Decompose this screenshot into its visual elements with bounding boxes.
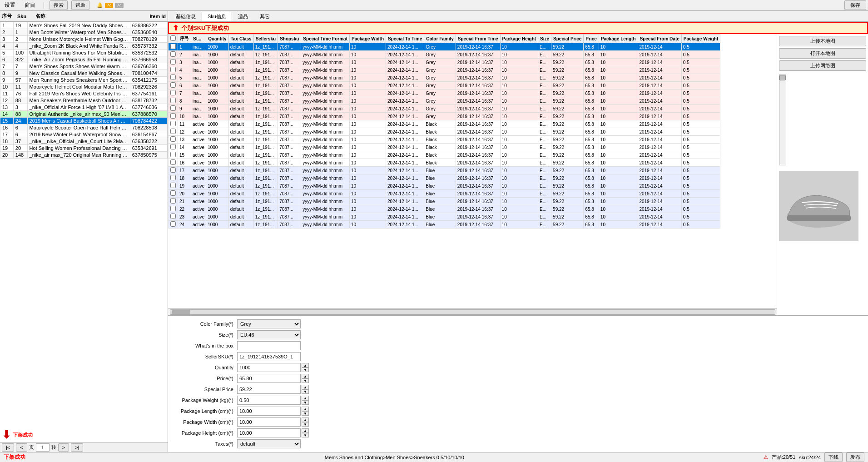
pkg-height-input[interactable]: 10.00 <box>237 428 301 437</box>
sku-table-row[interactable]: 12 active 1000 default 1z_191... 7087...… <box>169 128 720 136</box>
row-checkbox[interactable] <box>170 190 176 196</box>
upload-local-btn[interactable]: 上传本地图 <box>779 36 866 46</box>
page-first-btn[interactable]: |< <box>2 443 14 452</box>
seller-sku-input[interactable]: 1z_1912141637539O_1 <box>237 352 301 361</box>
price-down-btn[interactable]: ▼ <box>302 378 309 383</box>
left-table-row[interactable]: 14 88 Original Authentic _nike_air max_9… <box>0 111 168 118</box>
price-input[interactable]: 65.80 <box>237 374 301 383</box>
tab-other[interactable]: 其它 <box>254 12 276 21</box>
open-map-btn[interactable]: 打开本地图 <box>779 48 866 59</box>
row-checkbox[interactable] <box>170 214 176 219</box>
scroll-track[interactable] <box>170 309 775 315</box>
pkg-height-down-btn[interactable]: ▼ <box>302 433 309 437</box>
left-table-row[interactable]: 19 20 Hot Selling Women Professional Dan… <box>0 145 168 152</box>
row-checkbox[interactable] <box>170 175 176 180</box>
pkg-weight-up-btn[interactable]: ▲ <box>302 396 309 400</box>
sku-table-row[interactable]: 3 ina... 1000 default 1z_191... 7087... … <box>169 59 720 66</box>
left-table-row[interactable]: 3 2 None Unisex Motorcycle Helmet With G… <box>0 36 168 43</box>
select-all-checkbox[interactable] <box>170 35 176 41</box>
sku-table-row[interactable]: 8 ina... 1000 default 1z_191... 7087... … <box>169 97 720 105</box>
row-checkbox[interactable] <box>170 75 176 80</box>
left-table-row[interactable]: 5 100 UltraLight Running Shoes For Men S… <box>0 50 168 56</box>
left-table-row[interactable]: 13 3 _nike_Official Air Force 1 High '07… <box>0 104 168 111</box>
sku-table-row[interactable]: 9 ina... 1000 default 1z_191... 7087... … <box>169 105 720 113</box>
left-table-row[interactable]: 2 1 Men Boots Winter Waterproof Men Shoe… <box>0 29 168 36</box>
quantity-input[interactable]: 1000 <box>237 363 301 372</box>
sku-table-row[interactable]: 21 active 1000 default 1z_191... 7087...… <box>169 198 720 205</box>
row-checkbox[interactable] <box>170 144 176 149</box>
left-table-row[interactable]: 17 6 2019 New Winter Plush Waterproof Sn… <box>0 131 168 138</box>
pkg-weight-input[interactable]: 0.50 <box>237 396 301 405</box>
row-checkbox[interactable] <box>170 167 176 173</box>
row-checkbox[interactable] <box>170 59 176 65</box>
sku-table-row[interactable]: 22 active 1000 default 1z_191... 7087...… <box>169 205 720 213</box>
row-checkbox[interactable] <box>170 121 176 126</box>
publish-btn[interactable]: 发布 <box>846 452 864 462</box>
vertical-scrollbar[interactable] <box>779 75 786 165</box>
whats-in-box-input[interactable] <box>237 341 301 350</box>
color-family-select[interactable]: GreyBlackBlueWhite <box>237 319 301 328</box>
row-checkbox[interactable] <box>170 129 176 134</box>
pkg-height-up-btn[interactable]: ▲ <box>302 428 309 433</box>
sku-table-row[interactable]: 6 ina... 1000 default 1z_191... 7087... … <box>169 82 720 89</box>
taxes-select[interactable]: default <box>237 439 301 448</box>
sku-table-row[interactable]: 10 ina... 1000 default 1z_191... 7087...… <box>169 113 720 120</box>
sku-table-row[interactable]: 11 active 1000 default 1z_191... 7087...… <box>169 120 720 128</box>
size-select[interactable]: EU:40EU:41EU:42EU:43EU:44EU:45EU:46EU:47 <box>237 330 301 339</box>
sku-table-row[interactable]: 4 ina... 1000 default 1z_191... 7087... … <box>169 66 720 74</box>
row-checkbox[interactable] <box>170 105 176 111</box>
row-checkbox[interactable] <box>170 98 176 103</box>
row-checkbox[interactable] <box>170 90 176 95</box>
pkg-length-down-btn[interactable]: ▼ <box>302 411 309 416</box>
menu-settings[interactable]: 设置 <box>2 0 18 10</box>
left-table-row[interactable]: 7 7 Men's Shoes Sports Shoes Winter Warm… <box>0 63 168 70</box>
row-checkbox[interactable] <box>170 51 176 57</box>
left-table-row[interactable]: 20 148 _nike_air max_720 Original Man Ru… <box>0 152 168 159</box>
sku-table-row[interactable]: 14 active 1000 default 1z_191... 7087...… <box>169 144 720 151</box>
scroll-thumb[interactable] <box>779 75 786 80</box>
scroll-thumb-h[interactable] <box>172 310 190 314</box>
left-table-row[interactable]: 10 11 Motorcycle Helmet Cool Modular Mot… <box>0 84 168 90</box>
row-checkbox[interactable] <box>170 113 176 119</box>
sku-table-row[interactable]: 2 ina... 1000 default 1z_191... 7087... … <box>169 51 720 59</box>
left-table-row[interactable]: 11 76 Fall 2019 Men's Shoes Web Celebrit… <box>0 90 168 97</box>
sku-table-row[interactable]: 1 ina... 1000 default 1z_191... 7087... … <box>169 43 720 51</box>
sku-table-row[interactable]: 13 active 1000 default 1z_191... 7087...… <box>169 136 720 144</box>
row-checkbox[interactable] <box>170 152 176 157</box>
sku-table-row[interactable]: 7 ina... 1000 default 1z_191... 7087... … <box>169 89 720 97</box>
left-table-row[interactable]: 15 24 2019 Men's Casual Basketball Shoes… <box>0 118 168 124</box>
page-next-btn[interactable]: > <box>58 443 69 452</box>
special-price-input[interactable]: 59.22 <box>237 385 301 394</box>
row-checkbox[interactable] <box>170 198 176 204</box>
quantity-down-btn[interactable]: ▼ <box>302 368 309 372</box>
sku-table-row[interactable]: 20 active 1000 default 1z_191... 7087...… <box>169 190 720 198</box>
special-price-down-btn[interactable]: ▼ <box>302 389 309 394</box>
left-table-row[interactable]: 9 57 Men Running Shoes Sneakers Men Spor… <box>0 77 168 84</box>
sku-table-row[interactable]: 15 active 1000 default 1z_191... 7087...… <box>169 151 720 159</box>
help-button[interactable]: 帮助 <box>71 0 89 10</box>
pkg-width-down-btn[interactable]: ▼ <box>302 422 309 427</box>
sku-table-row[interactable]: 18 active 1000 default 1z_191... 7087...… <box>169 174 720 182</box>
quantity-up-btn[interactable]: ▲ <box>302 363 309 368</box>
pkg-width-up-btn[interactable]: ▲ <box>302 417 309 422</box>
row-checkbox[interactable] <box>170 221 176 227</box>
page-prev-btn[interactable]: < <box>16 443 27 452</box>
sku-table-row[interactable]: 24 active 1000 default 1z_191... 7087...… <box>169 221 720 229</box>
row-checkbox[interactable] <box>170 67 176 72</box>
pkg-length-up-btn[interactable]: ▲ <box>302 407 309 411</box>
pkg-width-input[interactable]: 10.00 <box>237 417 301 427</box>
row-checkbox[interactable] <box>170 82 176 88</box>
price-up-btn[interactable]: ▲ <box>302 374 309 378</box>
left-table-row[interactable]: 16 6 Motorcycle Scooter Open Face Half H… <box>0 124 168 131</box>
left-table-row[interactable]: 12 88 Men Sneakers Breathable Mesh Outdo… <box>0 97 168 104</box>
horizontal-scrollbar[interactable] <box>168 308 777 315</box>
left-table-row[interactable]: 18 37 _nike__nike_Official _nike_Court L… <box>0 138 168 145</box>
sku-table-container[interactable]: 序号 St... Quantity Tax Class Sellersku Sh… <box>168 34 777 308</box>
search-button[interactable]: 搜索 <box>50 0 68 10</box>
row-checkbox[interactable] <box>170 44 176 49</box>
left-table-container[interactable]: 1 19 Men's Shoes Fall 2019 New Daddy Sho… <box>0 22 168 427</box>
page-input[interactable] <box>36 443 50 452</box>
row-checkbox[interactable] <box>170 206 176 211</box>
save-button[interactable]: 保存 <box>844 0 866 10</box>
tab-sku-info[interactable]: Sku信息 <box>202 12 232 21</box>
